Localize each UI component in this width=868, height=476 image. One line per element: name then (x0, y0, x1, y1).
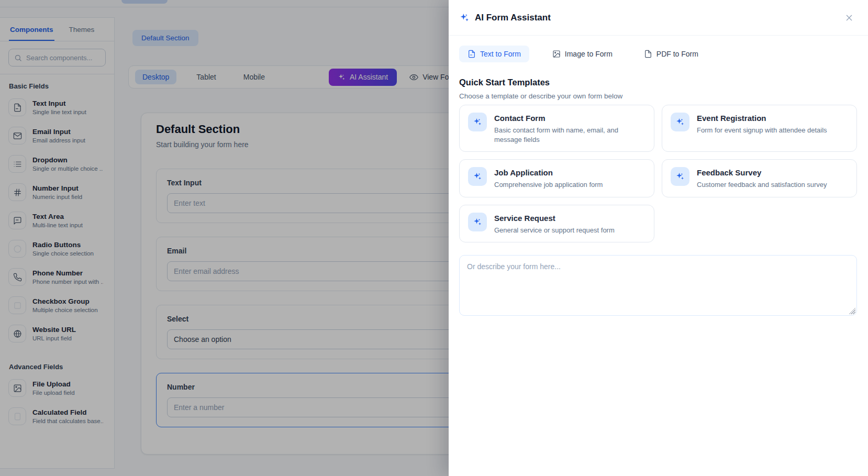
tab-label: Image to Form (565, 50, 613, 58)
template-title: Service Request (494, 214, 615, 223)
mode-tabs: Text to Form Image to Form PDF to Form (459, 46, 857, 62)
form-builder-app: Components Themes Basic Fields Text Inpu… (0, 0, 868, 476)
template-desc: General service or support request form (494, 226, 615, 235)
template-card-feedback-survey[interactable]: Feedback Survey Customer feedback and sa… (662, 159, 857, 197)
sparkles-icon (468, 167, 487, 186)
resize-handle[interactable] (849, 307, 855, 314)
template-title: Contact Form (494, 114, 646, 123)
tab-label: PDF to Form (656, 50, 698, 58)
image-icon (552, 50, 561, 58)
sparkles-icon (468, 213, 487, 231)
template-card-event-registration[interactable]: Event Registration Form for event signup… (662, 105, 857, 152)
sparkles-icon (459, 13, 470, 23)
quick-start-subheading: Choose a template or describe your own f… (459, 92, 857, 100)
tab-text-to-form[interactable]: Text to Form (459, 46, 529, 62)
form-description-textarea[interactable] (459, 255, 857, 316)
close-button[interactable] (843, 12, 855, 24)
template-card-job-application[interactable]: Job Application Comprehensive job applic… (459, 159, 654, 197)
template-desc: Basic contact form with name, email, and… (494, 126, 646, 144)
template-card-service-request[interactable]: Service Request General service or suppo… (459, 205, 654, 243)
template-desc: Form for event signup with attendee deta… (697, 126, 827, 135)
file-icon (644, 50, 652, 58)
modal-body: Text to Form Image to Form PDF to Form Q… (449, 36, 868, 316)
modal-header: AI Form Assistant (449, 0, 868, 36)
template-title: Job Application (494, 168, 603, 177)
template-grid: Contact Form Basic contact form with nam… (459, 105, 857, 242)
tab-label: Text to Form (480, 50, 521, 58)
ai-form-assistant-modal: AI Form Assistant Text to Form (449, 0, 868, 476)
tab-image-to-form[interactable]: Image to Form (544, 46, 621, 62)
close-icon (845, 14, 853, 22)
template-title: Event Registration (697, 114, 827, 123)
modal-title: AI Form Assistant (475, 13, 551, 23)
prompt-area (459, 255, 857, 316)
template-title: Feedback Survey (697, 168, 827, 177)
template-card-contact-form[interactable]: Contact Form Basic contact form with nam… (459, 105, 654, 152)
template-desc: Customer feedback and satisfaction surve… (697, 180, 827, 190)
sparkles-icon (671, 113, 689, 131)
tab-pdf-to-form[interactable]: PDF to Form (636, 46, 707, 62)
file-text-icon (468, 50, 476, 58)
template-desc: Comprehensive job application form (494, 180, 603, 190)
sparkles-icon (671, 167, 689, 186)
sparkles-icon (468, 113, 487, 131)
quick-start-heading: Quick Start Templates (459, 78, 857, 87)
